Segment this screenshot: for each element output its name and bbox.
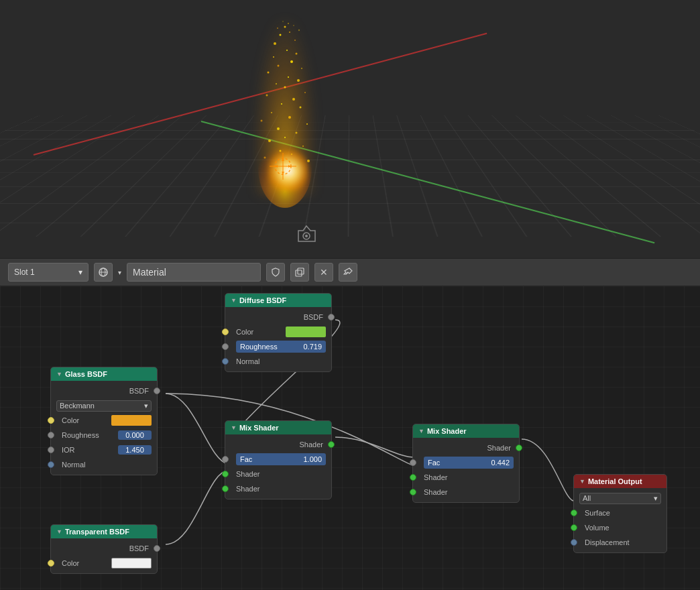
glass-bsdf-ior-label: IOR (62, 446, 75, 454)
diffuse-bsdf-normal-row: Normal (225, 354, 331, 369)
mix-shader-2-header: ▼ Mix Shader (413, 424, 519, 438)
material-output-volume-label: Volume (585, 524, 609, 532)
glass-bsdf-roughness-socket[interactable] (48, 432, 54, 438)
material-output-body: All ▾ Surface Volume Displacement (574, 488, 666, 552)
node-mix-shader-2[interactable]: ▼ Mix Shader Shader Fac 0.442 Shader (412, 424, 520, 503)
material-output-dropdown[interactable]: All ▾ (579, 493, 661, 504)
glass-bsdf-normal-socket[interactable] (48, 461, 54, 468)
mix-shader-2-fac-socket[interactable] (410, 459, 416, 466)
node-diffuse-bsdf[interactable]: ▼ Diffuse BSDF BSDF Color Roughness 0.71… (225, 293, 332, 372)
transparent-bsdf-color-row: Color (51, 556, 157, 571)
mix-shader-1-fac-value: 1.000 (303, 455, 322, 463)
mix-shader-2-shader2-row: Shader (413, 485, 519, 499)
header-toolbar: Slot 1 ▾ ▾ Material ✕ (0, 258, 700, 286)
svg-point-25 (306, 123, 308, 125)
diffuse-bsdf-normal-socket[interactable] (222, 358, 229, 365)
diffuse-bsdf-color-swatch[interactable] (286, 327, 326, 337)
node-glass-bsdf[interactable]: ▼ Glass BSDF BSDF Beckmann ▾ Color (50, 367, 158, 475)
diffuse-bsdf-output-socket[interactable] (328, 314, 335, 320)
glass-bsdf-color-socket[interactable] (48, 417, 54, 424)
transparent-bsdf-color-swatch[interactable] (111, 558, 152, 569)
shield-button[interactable] (266, 263, 285, 282)
transparent-bsdf-body: BSDF Color (51, 538, 157, 573)
glass-bsdf-roughness-row: Roughness 0.000 (51, 428, 157, 442)
mix-shader-2-fac-row: Fac 0.442 (413, 455, 519, 470)
diffuse-bsdf-title: Diffuse BSDF (239, 296, 286, 304)
mix-shader-1-shader2-socket[interactable] (222, 485, 229, 492)
material-type-dropdown-arrow[interactable]: ▾ (118, 269, 121, 276)
diffuse-bsdf-roughness-value: 0.719 (303, 343, 322, 351)
diffuse-bsdf-color-row: Color (225, 324, 331, 339)
svg-rect-54 (296, 270, 302, 276)
close-button[interactable]: ✕ (314, 263, 333, 282)
mix-shader-1-title: Mix Shader (239, 424, 279, 432)
svg-point-14 (297, 79, 300, 82)
svg-point-8 (273, 56, 274, 58)
mix-shader-2-output-row: Shader (413, 440, 519, 455)
material-output-title: Material Output (588, 477, 642, 485)
slot-label: Slot 1 (14, 268, 35, 277)
material-output-surface-row: Surface (574, 506, 666, 520)
material-output-header: ▼ Material Output (574, 475, 666, 488)
glass-bsdf-header: ▼ Glass BSDF (51, 367, 157, 381)
transparent-bsdf-title: Transparent BSDF (65, 528, 129, 536)
mix-shader-1-fac-field[interactable]: Fac 1.000 (236, 453, 326, 465)
diffuse-bsdf-body: BSDF Color Roughness 0.719 Normal (225, 307, 331, 371)
material-output-displacement-socket[interactable] (571, 539, 577, 546)
glass-bsdf-title: Glass BSDF (65, 370, 107, 378)
svg-point-30 (302, 145, 304, 147)
glass-bsdf-ior-value[interactable]: 1.450 (118, 445, 152, 455)
camera-icon (295, 223, 318, 248)
svg-point-22 (271, 112, 272, 113)
svg-point-18 (266, 95, 268, 97)
material-output-surface-socket[interactable] (571, 510, 577, 516)
mix-shader-2-shader1-label: Shader (424, 473, 447, 481)
glass-bsdf-ior-row: IOR 1.450 (51, 442, 157, 457)
svg-point-11 (301, 68, 302, 69)
mix-shader-2-shader2-socket[interactable] (410, 489, 416, 495)
material-type-button[interactable] (94, 263, 113, 282)
mix-shader-2-title: Mix Shader (427, 427, 467, 435)
slot-dropdown[interactable]: Slot 1 ▾ (8, 263, 89, 282)
node-mix-shader-1[interactable]: ▼ Mix Shader Shader Fac 1.000 Shader (225, 420, 332, 499)
diffuse-bsdf-roughness-field[interactable]: Roughness 0.719 (236, 341, 326, 353)
svg-point-21 (300, 107, 302, 109)
node-material-output[interactable]: ▼ Material Output All ▾ Surface Volume (573, 474, 667, 553)
glass-bsdf-ior-socket[interactable] (48, 447, 54, 453)
svg-point-27 (296, 132, 298, 134)
glass-bsdf-roughness-value[interactable]: 0.000 (118, 430, 152, 440)
glass-bsdf-normal-label: Normal (62, 461, 85, 469)
copy-button[interactable] (290, 263, 309, 282)
svg-point-37 (282, 21, 284, 22)
mix-shader-1-shader1-row: Shader (225, 467, 331, 481)
node-transparent-bsdf[interactable]: ▼ Transparent BSDF BSDF Color (50, 524, 158, 574)
glass-bsdf-distribution-dropdown[interactable]: Beckmann ▾ (56, 400, 152, 412)
diffuse-bsdf-header: ▼ Diffuse BSDF (225, 294, 331, 307)
diffuse-bsdf-output-row: BSDF (225, 310, 331, 324)
transparent-bsdf-color-socket[interactable] (48, 560, 54, 567)
material-output-dropdown-row[interactable]: All ▾ (574, 491, 666, 506)
material-output-volume-socket[interactable] (571, 524, 577, 531)
mix-shader-2-output-socket[interactable] (516, 445, 522, 451)
mix-shader-2-fac-field[interactable]: Fac 0.442 (424, 457, 514, 469)
diffuse-bsdf-roughness-label: Roughness (240, 343, 278, 351)
pin-button[interactable] (339, 263, 357, 282)
glass-bsdf-output-socket[interactable] (154, 388, 160, 394)
glass-bsdf-distribution-value: Beckmann (60, 402, 95, 410)
node-editor: ▼ Diffuse BSDF BSDF Color Roughness 0.71… (0, 286, 700, 590)
mix-shader-2-shader1-socket[interactable] (410, 474, 416, 481)
svg-point-26 (277, 127, 280, 130)
glass-bsdf-distribution-row[interactable]: Beckmann ▾ (51, 398, 157, 413)
glass-bsdf-color-swatch[interactable] (111, 415, 152, 426)
origin-marker (270, 153, 296, 182)
diffuse-bsdf-color-socket[interactable] (222, 329, 229, 335)
mix-shader-2-fac-value: 0.442 (491, 459, 510, 467)
diffuse-bsdf-output-label: BSDF (304, 313, 323, 321)
diffuse-bsdf-roughness-socket[interactable] (222, 343, 229, 350)
mix-shader-1-output-socket[interactable] (328, 441, 335, 448)
material-name-input[interactable]: Material (127, 263, 261, 282)
transparent-bsdf-output-socket[interactable] (154, 545, 160, 552)
svg-point-40 (277, 27, 278, 29)
mix-shader-1-fac-socket[interactable] (222, 456, 229, 463)
mix-shader-1-shader1-socket[interactable] (222, 471, 229, 477)
